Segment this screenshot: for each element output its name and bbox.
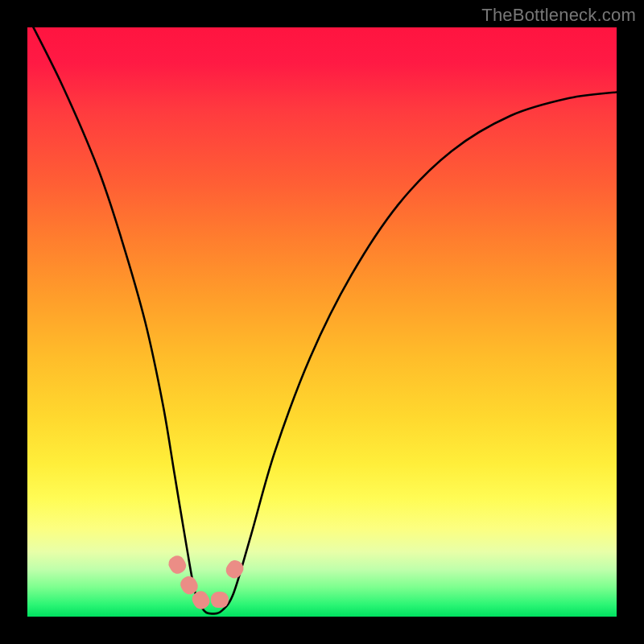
marker-a — [166, 553, 188, 576]
marker-group — [166, 553, 246, 612]
watermark-text: TheBottleneck.com — [481, 5, 636, 26]
curve-svg — [27, 27, 617, 617]
plot-area — [27, 27, 617, 617]
bottleneck-curve — [27, 15, 617, 613]
chart-frame: TheBottleneck.com — [0, 0, 644, 644]
marker-d — [211, 592, 229, 608]
